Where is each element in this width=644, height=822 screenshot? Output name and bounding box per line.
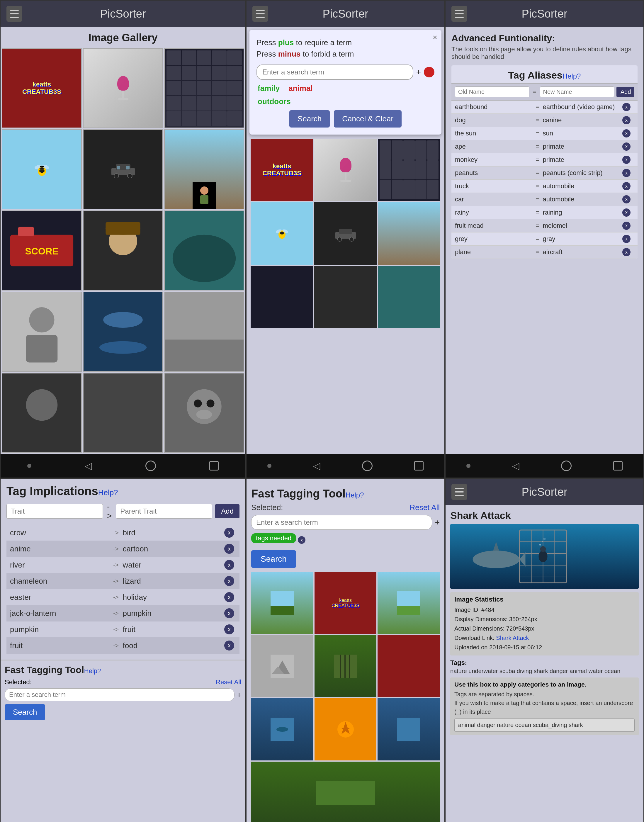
result-cell-1[interactable]: keattsCREATUB3S (251, 139, 313, 201)
tag-family[interactable]: family (258, 84, 280, 93)
impl-delete-jackolantern[interactable]: x (224, 608, 234, 618)
gallery-img-ghost[interactable] (2, 373, 82, 453)
implications-scroll[interactable]: Tag ImplicationsHelp? -> Add crow -> bir… (1, 479, 245, 822)
gallery-img-lemur[interactable] (164, 373, 244, 453)
menu-button-2[interactable] (252, 6, 268, 22)
gallery-img-pale2[interactable] (83, 373, 163, 453)
fast-tag-search-input[interactable] (251, 515, 432, 530)
alias-delete-sun[interactable]: x (622, 129, 630, 138)
fast-result-4[interactable] (251, 635, 313, 698)
impl-delete-chameleon[interactable]: x (224, 576, 234, 586)
old-name-input[interactable] (455, 86, 529, 97)
new-name-input[interactable] (540, 86, 614, 97)
modal-search-input[interactable] (256, 64, 413, 80)
parent-trait-input[interactable] (116, 504, 212, 518)
impl-delete-pumpkin[interactable]: x (224, 624, 234, 634)
nav-back-2[interactable]: ◁ (313, 460, 320, 471)
reset-all-small-btn[interactable]: Reset All (216, 678, 241, 686)
fast-tag-search-btn[interactable]: Search (251, 550, 296, 568)
fast-result-8[interactable] (314, 698, 377, 761)
alias-delete-car[interactable]: x (622, 195, 630, 204)
impl-add-btn[interactable]: Add (215, 504, 239, 518)
tags-needed-remove-btn[interactable]: x (298, 536, 305, 544)
result-cell-9[interactable] (378, 266, 440, 328)
implications-help[interactable]: Help? (98, 488, 118, 497)
modal-search-btn[interactable]: Search (289, 110, 330, 127)
result-cell-7[interactable] (251, 266, 313, 328)
nav-home-3[interactable] (561, 460, 572, 471)
menu-button-1[interactable] (6, 6, 22, 22)
impl-delete-anime[interactable]: x (224, 544, 234, 554)
nav-square-2[interactable] (414, 461, 423, 471)
gallery-img-person-outdoor[interactable] (164, 129, 244, 209)
result-cell-6[interactable] (378, 202, 440, 265)
alias-delete-peanuts[interactable]: x (622, 169, 630, 177)
fast-tag-small-plus[interactable]: + (237, 690, 241, 699)
fast-result-3[interactable] (377, 572, 440, 634)
menu-button-6[interactable] (451, 484, 467, 500)
fast-tag-help[interactable]: Help? (346, 491, 364, 499)
fast-tag-scroll[interactable]: Fast Tagging ToolHelp? Selected: Reset A… (247, 479, 445, 822)
alias-delete-ape[interactable]: x (622, 143, 630, 151)
fast-result-6[interactable] (377, 635, 440, 698)
shark-scroll[interactable]: Shark Attack (446, 505, 643, 822)
alias-delete-earthbound[interactable]: x (622, 103, 630, 111)
fast-result-9[interactable] (377, 698, 440, 761)
modal-plus-btn[interactable]: + (416, 67, 421, 77)
aliases-help-link[interactable]: Help? (563, 72, 581, 80)
fast-tag-plus-btn[interactable]: + (435, 518, 440, 527)
nav-home-2[interactable] (362, 460, 373, 471)
nav-square-1[interactable] (209, 461, 219, 471)
tag-animal[interactable]: animal (288, 84, 313, 93)
modal-close-btn[interactable]: × (432, 33, 437, 42)
apply-input[interactable] (454, 719, 635, 732)
trait-input[interactable] (6, 504, 103, 518)
gallery-img-man-hat[interactable] (83, 210, 163, 290)
result-cell-8[interactable] (314, 266, 377, 328)
fast-tag-small-help[interactable]: Help? (84, 667, 101, 675)
modal-cancel-btn[interactable]: Cancel & Clear (334, 110, 402, 127)
nav-back-1[interactable]: ◁ (85, 460, 92, 471)
fast-result-10[interactable] (251, 762, 440, 822)
fast-tag-small-search-btn[interactable]: Search (5, 704, 45, 720)
menu-button-3[interactable] (451, 6, 467, 22)
gallery-img-creature[interactable]: keattsCREATUB3S (2, 48, 82, 128)
alias-delete-fruitmead[interactable]: x (622, 222, 630, 230)
alias-delete-rainy[interactable]: x (622, 209, 630, 217)
result-cell-5[interactable] (314, 202, 377, 265)
alias-delete-truck[interactable]: x (622, 182, 630, 190)
fast-tag-small-input[interactable] (5, 688, 235, 701)
alias-delete-dog[interactable]: x (622, 116, 630, 124)
alias-delete-plane[interactable]: x (622, 248, 630, 256)
nav-square-3[interactable] (613, 461, 623, 471)
result-cell-2[interactable] (314, 139, 377, 201)
alias-delete-grey[interactable]: x (622, 235, 630, 243)
fast-tag-reset-btn[interactable]: Reset All (409, 503, 440, 512)
impl-delete-easter[interactable]: x (224, 592, 234, 602)
nav-back-3[interactable]: ◁ (512, 460, 520, 471)
gallery-img-game[interactable]: SCORE (2, 210, 82, 290)
gallery-img-wine[interactable] (83, 48, 163, 128)
tag-outdoors[interactable]: outdoors (258, 97, 291, 106)
gallery-img-keyboard[interactable] (164, 48, 244, 128)
result-cell-4[interactable] (251, 202, 313, 265)
result-cell-3[interactable] (378, 139, 440, 201)
gallery-img-water[interactable] (83, 292, 163, 372)
alias-delete-monkey[interactable]: x (622, 156, 630, 164)
gallery-img-car[interactable] (83, 129, 163, 209)
impl-delete-fruit[interactable]: x (224, 641, 234, 650)
download-link[interactable]: Shark Attack (496, 635, 529, 641)
gallery-img-crowd[interactable] (164, 292, 244, 372)
fast-result-7[interactable] (251, 698, 313, 761)
nav-home-1[interactable] (146, 460, 156, 471)
fast-result-2[interactable]: keattsCREATUB3S (314, 572, 377, 634)
gallery-img-oldman[interactable] (2, 292, 82, 372)
impl-delete-river[interactable]: x (224, 560, 234, 570)
gallery-img-bee[interactable] (2, 129, 82, 209)
fast-result-5[interactable] (314, 635, 377, 698)
aliases-add-btn[interactable]: Add (616, 87, 634, 97)
modal-buttons: Search Cancel & Clear (256, 110, 434, 127)
impl-delete-crow[interactable]: x (224, 528, 234, 538)
gallery-img-teal[interactable] (164, 210, 244, 290)
fast-result-1[interactable] (251, 572, 313, 634)
